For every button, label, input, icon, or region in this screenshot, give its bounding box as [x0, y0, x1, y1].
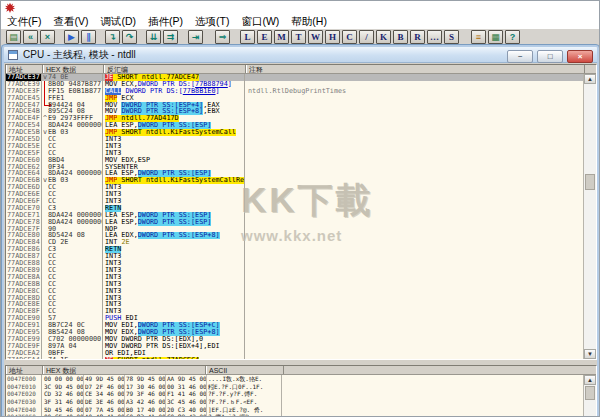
disasm-row[interactable]: 77ADCE88CCINT3	[6, 260, 583, 267]
dump-row[interactable]: 0047E00000 00 00 0049 9D 45 0078 9D 45 0…	[6, 375, 583, 383]
trace-into-button[interactable]: ⇊	[146, 30, 161, 44]
disasm-row[interactable]: 77ADCE788DA424 00000000LEA ESP,DWORD PTR…	[6, 219, 583, 226]
scroll-down-button[interactable]: ▼	[584, 349, 596, 359]
cpu-window-button[interactable]: C	[342, 30, 357, 44]
dump-row[interactable]: 0047E05000 CE 40 00A0 48 41 0060 83 41 0…	[6, 413, 583, 417]
trace-over-button[interactable]: ⇉	[163, 30, 178, 44]
disasm-row[interactable]: 77ADCE6FCCINT3	[6, 198, 583, 205]
disasm-row[interactable]: 77ADCE398B0D 9487B877MOV ECX,DWORD PTR D…	[6, 81, 583, 88]
disasm-row[interactable]: 77ADCE86C3RETN	[6, 246, 583, 253]
disasm-row[interactable]: 77ADCE8ACCINT3	[6, 274, 583, 281]
menu-item-4[interactable]: 选项(T)	[189, 14, 235, 28]
restart-button[interactable]: «	[23, 30, 38, 44]
close-button[interactable]: ×	[567, 50, 593, 63]
menu-item-3[interactable]: 插件(P)	[142, 14, 189, 28]
disasm-row[interactable]: 77ADCE89CCINT3	[6, 267, 583, 274]
disasm-row[interactable]: 77ADCE99C702 00000000MOV DWORD PTR DS:[E…	[6, 336, 583, 343]
handles-button[interactable]: H	[325, 30, 340, 44]
disasm-row[interactable]: 77ADCE4F^E9 2973FFFFJMP ntdll.77AD417D	[6, 115, 583, 122]
run-button[interactable]: ▶	[64, 30, 79, 44]
menu-item-5[interactable]: 窗口(W)	[235, 14, 285, 28]
menu-item-1[interactable]: 查看(V)	[47, 14, 94, 28]
step-into-button[interactable]: ↴	[105, 30, 120, 44]
menu-item-6[interactable]: 帮助(H)	[285, 14, 333, 28]
dump-scroll-up-button[interactable]: ▲	[584, 375, 596, 385]
dump-hex-group: F1 41 46 00	[166, 390, 207, 398]
disasm-row[interactable]: 77ADCE5FCCINT3	[6, 150, 583, 157]
comment-cell	[246, 191, 583, 198]
disasm-row[interactable]: 77ADCE8FCCINT3	[6, 308, 583, 315]
goto-button[interactable]: ⇒	[215, 30, 230, 44]
pause-button[interactable]: ∥	[81, 30, 96, 44]
disasm-row[interactable]: 77ADCE8DCCINT3	[6, 295, 583, 302]
comment-cell	[246, 129, 583, 136]
disasm-row[interactable]: 77ADCE87CCINT3	[6, 253, 583, 260]
cpu-window-title: CPU - 主线程, 模块 - ntdll	[23, 47, 136, 63]
disasm-row[interactable]: 77ADCE47894424 04MOV DWORD PTR SS:[ESP+4…	[6, 102, 583, 109]
dump-row[interactable]: 0047E0103C 9D 45 00D7 2F 46 0017 30 46 0…	[6, 383, 583, 391]
disasm-row[interactable]: 77ADCE45FFE1JMP ECX	[6, 95, 583, 102]
disasm-row[interactable]: 77ADCE5BvEB 03JMP SHORT ntdll.KiFastSyst…	[6, 129, 583, 136]
disasm-row[interactable]: 77ADCEA474 1EJE SHORT ntdll.77ADCEC4	[6, 357, 583, 359]
breakpoints-button[interactable]: B	[393, 30, 408, 44]
disasm-row[interactable]: 77ADCE8CCCINT3	[6, 288, 583, 295]
disasm-row[interactable]: 77ADCE37v74 0EJE SHORT ntdll.77ADCE47	[6, 74, 583, 81]
disasm-row[interactable]: 77ADCE6DCCINT3	[6, 184, 583, 191]
disasm-row[interactable]: 77ADCE718DA424 00000000LEA ESP,DWORD PTR…	[6, 212, 583, 219]
execute-till-return-button[interactable]: ⇥	[188, 30, 203, 44]
disasm-row[interactable]: 77ADCE918B7C24 0CMOV EDI,DWORD PTR SS:[E…	[6, 322, 583, 329]
dump-row[interactable]: 0047E0405D 45 46 0007 7A 45 00B0 17 40 0…	[6, 406, 583, 414]
log-window-button[interactable]: L	[240, 30, 255, 44]
options-button[interactable]: ≡	[471, 30, 486, 44]
disasm-row[interactable]: 77ADCE620F34SYSENTER	[6, 164, 583, 171]
windows-button[interactable]: W	[308, 30, 323, 44]
disasm-row[interactable]: 77ADCE3FFF15 E0B1B877CALL DWORD PTR DS:[…	[6, 88, 583, 95]
disasm-row[interactable]: 77ADCEA20BFFOR EDI,EDI	[6, 350, 583, 357]
help-button[interactable]: ?	[505, 30, 520, 44]
disasm-row[interactable]: 77ADCE5DCCINT3	[6, 136, 583, 143]
disassembly-scrollbar[interactable]: ▲ ▼	[583, 74, 596, 359]
close-program-button[interactable]: ×	[40, 30, 55, 44]
run-trace-button[interactable]: …	[427, 30, 442, 44]
disasm-row[interactable]: 77ADCE8ECCINT3	[6, 301, 583, 308]
threads-button[interactable]: T	[291, 30, 306, 44]
menu-item-0[interactable]: 文件(F)	[1, 14, 47, 28]
comment-cell	[246, 315, 583, 322]
patches-button[interactable]: /	[359, 30, 374, 44]
disasm-cell: INT3	[104, 143, 245, 150]
disasm-row[interactable]: 77ADCE6ECCINT3	[6, 191, 583, 198]
source-button[interactable]: S	[444, 30, 459, 44]
dump-row[interactable]: 0047E020CD 32 46 00CE 34 46 0079 3F 46 0…	[6, 390, 583, 398]
disasm-row[interactable]: 77ADCE548DA424 00000000LEA ESP,DWORD PTR…	[6, 122, 583, 129]
dump-scroll-thumb[interactable]	[585, 386, 595, 400]
disasm-row[interactable]: 77ADCE84CD 2EINT 2E	[6, 239, 583, 246]
disasm-row[interactable]: 77ADCE70C3RETN	[6, 205, 583, 212]
disasm-row[interactable]: 77ADCE958B5424 08MOV EDX,DWORD PTR SS:[E…	[6, 329, 583, 336]
restore-button[interactable]: □	[537, 50, 563, 63]
disasm-row[interactable]: 77ADCE8BCCINT3	[6, 281, 583, 288]
minimize-button[interactable]: −	[507, 50, 533, 63]
references-button[interactable]: R	[410, 30, 425, 44]
disasm-row[interactable]: 77ADCE4B895C24 08MOV DWORD PTR SS:[ESP+8…	[6, 108, 583, 115]
call-stack-button[interactable]: K	[376, 30, 391, 44]
pause-icon: ∥	[86, 31, 91, 43]
disasm-row[interactable]: 77ADCE6BvEB 03JMP SHORT ntdll.KiFastSyst…	[6, 177, 583, 184]
executable-modules-button[interactable]: E	[257, 30, 272, 44]
disasm-row[interactable]: 77ADCE608BD4MOV EDX,ESP	[6, 157, 583, 164]
scroll-thumb[interactable]	[585, 174, 595, 190]
disasm-row[interactable]: 77ADCE648DA424 00000000LEA ESP,DWORD PTR…	[6, 170, 583, 177]
disasm-row[interactable]: 77ADCE9F897A 04MOV DWORD PTR DS:[EDX+4],…	[6, 343, 583, 350]
scroll-up-button[interactable]: ▲	[584, 74, 596, 84]
appearance-button[interactable]: ▦	[488, 30, 503, 44]
dump-scrollbar[interactable]: ▲	[583, 375, 596, 417]
disasm-row[interactable]: 77ADCE5ECCINT3	[6, 143, 583, 150]
disasm-row[interactable]: 77ADCE9057PUSH EDI	[6, 315, 583, 322]
step-over-button[interactable]: ↷	[122, 30, 137, 44]
dump-row[interactable]: 0047E0303F 31 46 00DE 3E 46 00A3 42 46 0…	[6, 398, 583, 406]
open-file-button[interactable]: ▤	[6, 30, 21, 44]
disasm-row[interactable]: 77ADCE808D5424 08LEA EDX,DWORD PTR SS:[E…	[6, 232, 583, 239]
cpu-window-titlebar[interactable]: CPU - 主线程, 模块 - ntdll − □ ×	[4, 47, 597, 63]
disasm-row[interactable]: 77ADCE7F90NOP	[6, 226, 583, 233]
memory-map-button[interactable]: M	[274, 30, 289, 44]
menu-item-2[interactable]: 调试(D)	[94, 14, 142, 28]
